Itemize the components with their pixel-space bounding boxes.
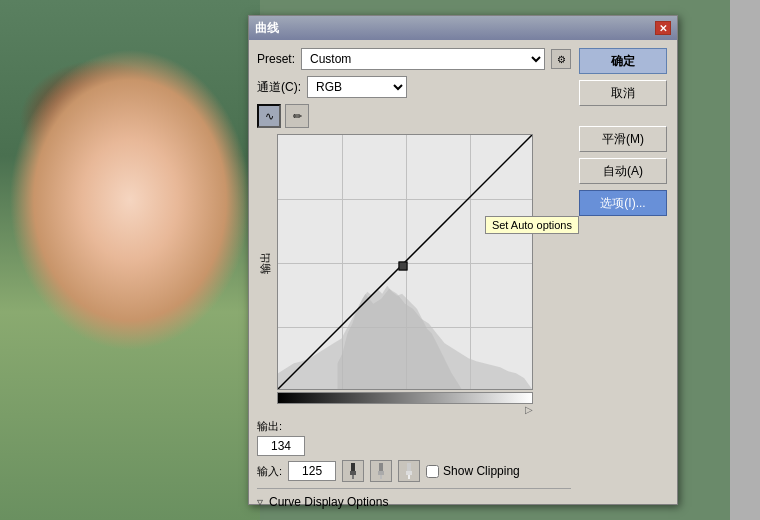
output-value-input[interactable] bbox=[257, 436, 305, 456]
input-value-input[interactable] bbox=[288, 461, 336, 481]
curve-options-chevron-icon: ▿ bbox=[257, 495, 263, 509]
curve-options-label: Curve Display Options bbox=[269, 495, 388, 509]
preset-settings-icon[interactable]: ⚙ bbox=[551, 49, 571, 69]
dialog-title: 曲线 bbox=[255, 20, 279, 37]
svg-rect-7 bbox=[407, 463, 411, 471]
button-separator bbox=[579, 112, 669, 120]
gradient-arrow: ▷ bbox=[277, 404, 533, 415]
gradient-bar-row: ▷ bbox=[257, 392, 571, 415]
channel-select-wrapper[interactable]: RGB Red Green Blue bbox=[307, 76, 407, 98]
title-bar: 曲线 ✕ bbox=[249, 16, 677, 40]
smooth-button[interactable]: 平滑(M) bbox=[579, 126, 667, 152]
cancel-button[interactable]: 取消 bbox=[579, 80, 667, 106]
svg-rect-2 bbox=[350, 471, 356, 475]
show-clipping-wrap: Show Clipping bbox=[426, 464, 520, 478]
svg-rect-5 bbox=[378, 471, 384, 475]
tools-row: ∿ ✏ bbox=[257, 104, 571, 128]
dialog-body: Preset: Custom Default Strong Contrast M… bbox=[249, 40, 677, 504]
show-clipping-checkbox[interactable] bbox=[426, 465, 439, 478]
curves-container: 输出 bbox=[257, 134, 571, 509]
control-point[interactable] bbox=[399, 262, 408, 271]
svg-rect-4 bbox=[379, 463, 383, 471]
show-clipping-label: Show Clipping bbox=[443, 464, 520, 478]
pencil-tool-button[interactable]: ✏ bbox=[285, 104, 309, 128]
svg-rect-8 bbox=[406, 471, 412, 475]
preset-row: Preset: Custom Default Strong Contrast M… bbox=[257, 48, 571, 70]
curve-tool-button[interactable]: ∿ bbox=[257, 104, 281, 128]
curves-dialog: 曲线 ✕ Preset: Custom Default Strong Contr… bbox=[248, 15, 678, 505]
output-value-label: 输出: bbox=[257, 419, 305, 434]
bottom-row: 输入: Show Clipping bbox=[257, 460, 571, 482]
channel-label: 通道(C): bbox=[257, 79, 301, 96]
svg-rect-1 bbox=[351, 463, 355, 471]
preset-select[interactable]: Custom Default Strong Contrast Medium Co… bbox=[301, 48, 545, 70]
preset-label: Preset: bbox=[257, 52, 295, 66]
ok-button[interactable]: 确定 bbox=[579, 48, 667, 74]
channel-row: 通道(C): RGB Red Green Blue bbox=[257, 76, 571, 98]
svg-rect-9 bbox=[408, 475, 410, 479]
gradient-bar-wrap: ▷ bbox=[277, 392, 533, 415]
curves-graph-wrap: 输出 bbox=[257, 134, 571, 390]
close-button[interactable]: ✕ bbox=[655, 21, 671, 35]
output-label-side: 输出 bbox=[257, 134, 273, 390]
preset-select-wrapper[interactable]: Custom Default Strong Contrast Medium Co… bbox=[301, 48, 545, 70]
svg-rect-6 bbox=[380, 475, 382, 479]
right-buttons: 确定 取消 平滑(M) 自动(A) 选项(I)... bbox=[579, 48, 669, 496]
curve-options-row[interactable]: ▿ Curve Display Options bbox=[257, 488, 571, 509]
curves-graph[interactable] bbox=[277, 134, 533, 390]
main-area: Preset: Custom Default Strong Contrast M… bbox=[257, 48, 571, 496]
tooltip-box: Set Auto options bbox=[485, 216, 579, 234]
gray-eyedropper-button[interactable] bbox=[370, 460, 392, 482]
auto-button[interactable]: 自动(A) bbox=[579, 158, 667, 184]
input-gradient-bar bbox=[277, 392, 533, 404]
options-button[interactable]: 选项(I)... bbox=[579, 190, 667, 216]
background-photo bbox=[0, 0, 260, 520]
right-panel bbox=[730, 0, 760, 520]
input-value-label: 输入: bbox=[257, 464, 282, 479]
channel-select[interactable]: RGB Red Green Blue bbox=[307, 76, 407, 98]
svg-rect-3 bbox=[352, 475, 354, 479]
output-value-group: 输出: bbox=[257, 419, 305, 456]
white-eyedropper-button[interactable] bbox=[398, 460, 420, 482]
black-eyedropper-button[interactable] bbox=[342, 460, 364, 482]
output-axis-label: 输出 bbox=[258, 251, 273, 273]
values-row: 输出: bbox=[257, 419, 571, 456]
